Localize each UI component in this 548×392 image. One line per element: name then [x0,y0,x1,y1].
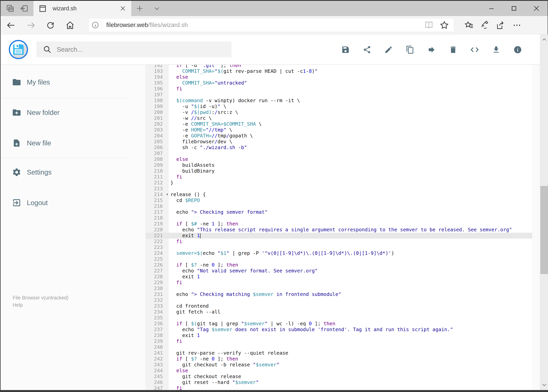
code-line[interactable]: 192 if [ -d ".git" ]; then [145,65,532,68]
code-line[interactable]: 212} [145,180,532,186]
fold-arrow-icon[interactable]: ▾ [166,192,168,197]
tab-list-chevron-icon[interactable] [148,1,165,16]
copy-button[interactable] [406,45,415,54]
sidebar-item-new-file[interactable]: New file [0,132,141,154]
code-text[interactable]: git checkout release [168,374,241,379]
code-text[interactable]: git rev-parse --verify --quiet release [168,350,288,356]
code-text[interactable] [168,150,170,156]
sidebar-item-new-folder[interactable]: New folder [0,102,141,123]
close-window-button[interactable] [525,1,548,16]
code-text[interactable] [168,203,170,209]
code-line[interactable]: 241 git rev-parse --verify --quiet relea… [145,350,532,356]
code-line[interactable]: 233 cd frontend [145,303,532,309]
code-line[interactable]: 201 -w //src \ [145,115,532,121]
page-scrollbar[interactable] [540,35,548,390]
code-text[interactable]: else [168,156,188,162]
code-line[interactable]: 236 if [ $(git tag | grep "$semver" | wc… [145,321,532,327]
code-line[interactable]: 197 [145,92,532,98]
code-line[interactable]: 220 echo "This release script requires a… [145,227,532,233]
refresh-icon[interactable] [42,16,59,34]
share-button[interactable] [362,45,372,54]
code-line[interactable]: 216 [145,203,532,209]
code-text[interactable]: fi [168,385,182,390]
code-line[interactable]: 231 echo "> Checking matching $semver in… [145,291,532,297]
code-line[interactable]: 211 fi [145,174,532,180]
code-text[interactable]: exit 1 [168,333,200,338]
code-text[interactable]: if [ $# -ne 1 ]; then [168,221,238,227]
code-line[interactable]: 208 else [145,156,532,162]
download-button[interactable] [492,45,501,54]
code-text[interactable]: git reset --hard "$semver" [168,379,259,385]
code-line[interactable]: 232 [145,297,532,303]
code-line[interactable]: 226 if [ $? -ne 0 ]; then [145,262,532,268]
code-line[interactable]: 238 exit 1 [145,333,532,338]
code-line[interactable]: 242 if [ $? -ne 0 ]; then [145,356,532,362]
code-text[interactable]: cd frontend [168,303,209,309]
back-icon[interactable] [3,16,19,34]
code-line[interactable]: 222 fi [145,238,532,245]
code-text[interactable]: if [ -d ".git" ]; then [168,65,241,68]
code-line[interactable]: 229 fi [145,280,532,286]
code-text[interactable] [168,256,170,262]
code-line[interactable]: 215 cd $REPO [145,197,532,203]
code-line[interactable]: 221 exit 1 [145,233,532,238]
code-text[interactable]: buildBinary [168,168,215,174]
more-options-icon[interactable] [508,16,525,34]
reading-view-icon[interactable] [424,21,433,29]
code-text[interactable]: exit 1 [168,233,201,238]
code-line[interactable]: 207 [145,150,532,156]
rename-button[interactable] [384,45,393,54]
move-button[interactable] [427,45,436,54]
ink-notes-icon[interactable] [476,16,493,34]
code-text[interactable]: -v /$(pwd):/src:z \ [168,109,238,115]
save-button[interactable] [341,45,350,54]
code-line[interactable]: 240 [145,344,532,350]
code-text[interactable] [168,92,170,98]
code-line[interactable]: 237 echo "Tag $semver does not exist in … [145,327,532,333]
code-text[interactable]: -u "$(id -u)" \ [168,104,226,109]
code-text[interactable]: if [ $(git tag | grep "$semver" | wc -l)… [168,321,335,327]
code-text[interactable]: -e HOME="//tmp" \ [168,127,232,133]
help-link[interactable]: Help [13,301,69,309]
site-info-icon[interactable] [89,21,102,29]
code-text[interactable]: cd $REPO [168,197,200,203]
tabs-set-aside-icon[interactable] [16,1,33,16]
code-line[interactable]: 243 git checkout -b release "$semver" [145,362,532,368]
search-input[interactable]: Search... [36,42,231,57]
code-text[interactable]: fi [168,280,182,286]
code-text[interactable]: fi [168,86,182,92]
code-text[interactable]: else [168,74,188,80]
favorite-star-icon[interactable] [440,21,449,29]
raw-code-button[interactable] [470,45,479,54]
home-icon[interactable] [62,16,78,34]
code-text[interactable]: buildAssets [168,162,215,168]
code-line[interactable]: 234 git fetch --all [145,309,532,315]
code-line[interactable]: 206 sh -c "./wizard.sh -b" [145,145,532,150]
url-text[interactable]: filebrowser.web/files/wizard.sh [106,21,424,28]
code-text[interactable]: git checkout -b release "$semver" [168,362,279,368]
code-line[interactable]: 244 else [145,368,532,374]
sidebar-item-settings[interactable]: Settings [0,161,141,183]
hub-favorites-icon[interactable] [461,16,478,34]
code-line[interactable]: 199 -u "$(id -u)" \ [145,104,532,109]
code-text[interactable] [168,297,170,303]
code-line[interactable]: 217 echo "> Checking semver format" [145,209,532,215]
sidebar-item-logout[interactable]: Logout [0,192,141,214]
maximize-button[interactable] [503,1,525,16]
code-text[interactable]: COMMIT_SHA="$(git rev-parse HEAD | cut -… [168,68,318,74]
code-text[interactable]: echo "Tag $semver does not exist in subm… [168,327,453,333]
code-line[interactable]: 202 -e COMMIT_SHA=$COMMIT_SHA \ [145,121,532,127]
code-text[interactable] [168,315,170,321]
code-text[interactable] [168,186,170,192]
code-text[interactable]: else [168,368,188,374]
code-line[interactable]: 203 -e HOME="//tmp" \ [145,127,532,133]
code-editor[interactable]: 192 if [ -d ".git" ]; then193 COMMIT_SHA… [145,65,532,390]
code-line[interactable]: 209 buildAssets [145,162,532,168]
code-text[interactable]: fi [168,238,182,245]
code-line[interactable]: 218 [145,215,532,221]
sidebar-item-my-files[interactable]: My files [0,71,141,93]
code-text[interactable]: release () { [168,192,206,197]
code-text[interactable] [168,245,170,250]
code-line[interactable]: 194 else [145,74,532,80]
browser-tab[interactable]: wizard.sh [34,1,131,16]
